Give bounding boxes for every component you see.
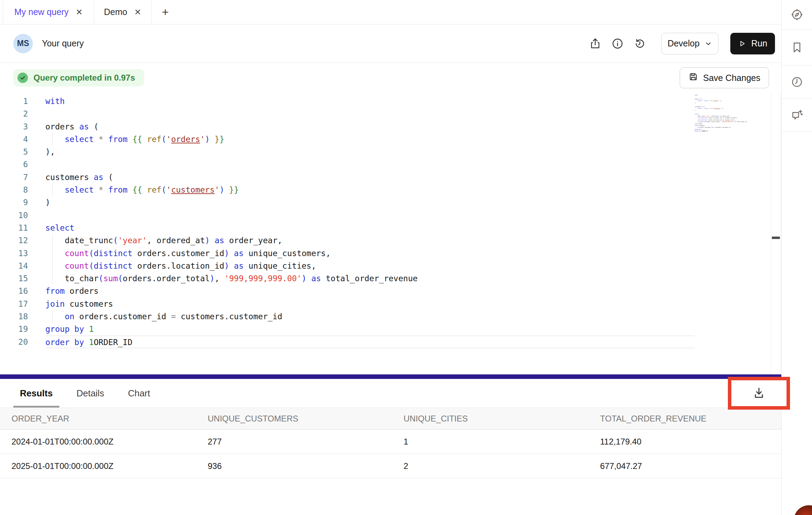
line-number: 4	[0, 133, 28, 145]
code-token: )	[224, 261, 229, 270]
code-token: select	[45, 223, 74, 232]
code-line[interactable]: 1with	[0, 95, 781, 107]
code-token	[94, 135, 98, 144]
table-row[interactable]: 2025-01-01T00:00:00.000Z9362677,047.27	[0, 454, 781, 478]
code-token: as	[215, 236, 224, 245]
run-button[interactable]: Run	[730, 33, 775, 54]
column-header[interactable]: UNIQUE_CITIES	[392, 414, 589, 424]
tab-chart[interactable]: Chart	[121, 379, 157, 408]
code-token: (	[89, 122, 99, 131]
tab-label: Demo	[104, 7, 127, 17]
develop-button[interactable]: Develop	[661, 33, 718, 54]
table-row[interactable]: 2024-01-01T00:00:00.000Z2771112,179.40	[0, 430, 781, 454]
code-token: from	[704, 100, 707, 102]
code-token: '999,999,999.00'	[722, 121, 733, 122]
code-token: }	[215, 135, 220, 144]
panel-resize-divider[interactable]	[0, 374, 781, 379]
code-line[interactable]: 8 select * from {{ ref('customers') }}	[0, 184, 781, 196]
sidebar-section	[782, 0, 812, 30]
code-token: (	[161, 185, 166, 194]
save-changes-button[interactable]: Save Changes	[680, 67, 769, 88]
code-token: ORDER_ID	[94, 338, 133, 347]
code-token: unique_cities,	[244, 261, 316, 270]
code-line[interactable]: 3orders as (	[0, 120, 781, 133]
code-line[interactable]: 2	[0, 107, 781, 120]
code-line[interactable]: 4 select * from {{ ref('orders') }}	[0, 133, 781, 145]
code-line[interactable]: 13 count(distinct orders.customer_id) as…	[0, 247, 781, 260]
check-icon	[17, 73, 28, 83]
editor-scrollbar[interactable]	[771, 93, 781, 374]
code-token: as	[234, 249, 244, 258]
develop-label: Develop	[667, 38, 700, 48]
code-token: ref	[147, 185, 162, 194]
code-line[interactable]: 19group by 1	[0, 323, 781, 335]
code-line[interactable]: 7customers as (	[0, 171, 781, 184]
code-token: date_trunc	[695, 115, 705, 117]
tab-results[interactable]: Results	[13, 379, 59, 408]
clock-icon[interactable]	[791, 76, 803, 88]
code-token	[224, 185, 229, 194]
code-line[interactable]: order by 1ORDER_ID	[695, 130, 747, 132]
info-icon[interactable]	[612, 38, 623, 50]
code-token: as	[311, 274, 321, 283]
code-line[interactable]: 6	[0, 158, 781, 171]
code-line[interactable]: 14 count(distinct orders.location_id) as…	[0, 260, 781, 272]
table-cell: 277	[196, 437, 392, 447]
close-icon[interactable]: ✕	[134, 8, 141, 16]
tab-details[interactable]: Details	[70, 379, 111, 408]
download-icon[interactable]	[752, 386, 766, 400]
code-line[interactable]: 10	[0, 209, 781, 222]
line-number: 2	[0, 107, 28, 120]
bookmark-icon[interactable]	[791, 41, 803, 54]
column-header[interactable]: UNIQUE_CUSTOMERS	[196, 414, 392, 424]
code-token	[45, 249, 65, 258]
column-header[interactable]: ORDER_YEAR	[0, 414, 196, 424]
sidebar-section	[782, 99, 812, 132]
code-token: )	[210, 274, 215, 283]
code-token: '999,999,999.00'	[224, 274, 302, 283]
code-token: customers	[714, 108, 720, 109]
code-token	[210, 236, 215, 245]
code-token: on	[65, 312, 74, 321]
code-line[interactable]: 20order by 1ORDER_ID	[0, 336, 781, 348]
code-line[interactable]: 12 date_trunc('year', ordered_at) as ord…	[0, 234, 781, 247]
column-header[interactable]: TOTAL_ORDER_REVENUE	[589, 414, 781, 424]
code-line[interactable]: 5),	[0, 145, 781, 158]
share-icon[interactable]	[589, 38, 601, 50]
close-icon[interactable]: ✕	[76, 8, 83, 16]
code-token: count	[697, 117, 701, 119]
code-token: )	[205, 135, 210, 144]
scrollbar-thumb[interactable]	[772, 237, 780, 239]
code-token	[127, 185, 132, 194]
new-tab-button[interactable]: +	[152, 0, 179, 24]
tab-my-new-query[interactable]: My new query ✕	[3, 0, 94, 24]
code-token	[307, 274, 311, 283]
code-token: select	[65, 135, 94, 144]
editor-minimap[interactable]: withorders as ( select * from {{ ref('or…	[695, 94, 747, 137]
code-token: from	[695, 123, 697, 124]
sql-editor[interactable]: 1with23orders as (4 select * from {{ ref…	[0, 93, 781, 374]
results-tab-bar: Results Details Chart	[0, 379, 781, 408]
code-token: (	[89, 249, 94, 258]
code-line[interactable]: 11select	[0, 222, 781, 234]
code-token: (	[103, 173, 113, 182]
code-line[interactable]: 17join customers	[0, 298, 781, 310]
code-line[interactable]: 18 on orders.customer_id = customers.cus…	[0, 310, 781, 323]
code-token	[45, 261, 65, 270]
code-line[interactable]: 9)	[0, 196, 781, 209]
code-line[interactable]: 15 to_char(sum(orders.order_total), '999…	[0, 272, 781, 285]
code-token: , ordered_at	[147, 236, 205, 245]
table-cell: 677,047.27	[589, 461, 781, 471]
results-table-header: ORDER_YEARUNIQUE_CUSTOMERSUNIQUE_CITIEST…	[0, 408, 781, 430]
line-number: 13	[0, 247, 28, 260]
minimap-code: withorders as ( select * from {{ ref('or…	[695, 94, 747, 132]
compass-icon[interactable]	[791, 8, 803, 21]
ai-chat-icon[interactable]	[791, 109, 803, 121]
tab-demo[interactable]: Demo ✕	[94, 0, 152, 24]
history-icon[interactable]	[634, 38, 646, 50]
code-token	[695, 117, 697, 119]
code-line[interactable]: 16from orders	[0, 285, 781, 297]
code-token: orders.order_total	[706, 121, 719, 122]
code-token: (	[118, 274, 123, 283]
code-token: orders	[65, 286, 98, 296]
